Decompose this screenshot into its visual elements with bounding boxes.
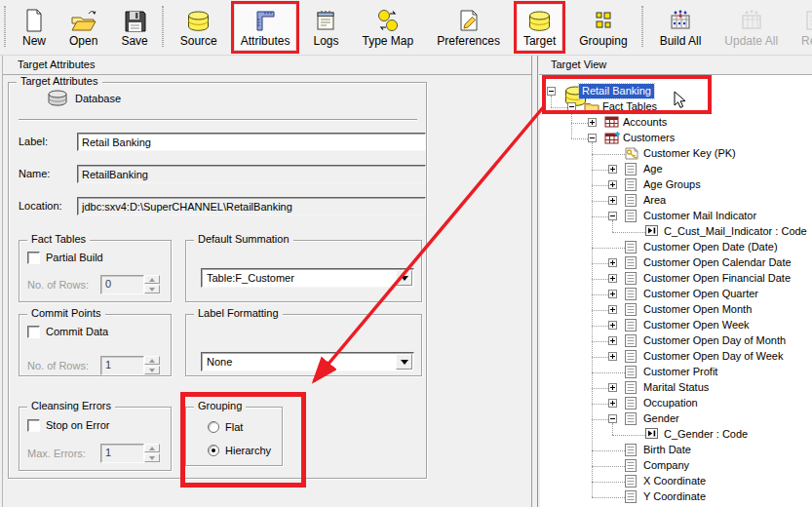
max-errors-label: Max. Errors: [27,448,86,459]
spinner-up-button[interactable] [144,356,160,365]
label-formatting-dropdown[interactable]: None [201,352,414,371]
tree-item-customer-open-week[interactable]: Customer Open Week [540,318,812,333]
expand-toggle-icon[interactable] [608,321,617,330]
toolbar-button-build-all[interactable]: Build All [650,1,712,54]
tree-item-label: X Coordinate [640,474,709,488]
toolbar-button-target[interactable]: Target [514,1,565,54]
toolbar-button-attributes[interactable]: Attributes [231,1,300,54]
collapse-toggle-icon[interactable] [547,87,556,96]
commit-rows-value[interactable]: 1 [100,356,144,375]
collapse-toggle-icon[interactable] [608,414,617,423]
expand-toggle-icon[interactable] [608,180,617,189]
tree-item-customer-open-financial-date[interactable]: Customer Open Financial Date [540,271,812,287]
tree-item-label: Birth Date [640,443,694,457]
spinner-down-button[interactable] [144,285,160,293]
tree-connector [592,357,608,358]
toolbar-button-source[interactable]: Source [171,1,227,54]
name-input[interactable] [77,165,426,183]
tree-item-fact-tables[interactable]: Fact Tables [540,99,812,115]
spinner-down-button[interactable] [144,366,160,374]
tree-item-marital-status[interactable]: Marital Status [540,380,812,396]
tree-item-customer-open-calendar-date[interactable]: Customer Open Calendar Date [540,255,812,271]
partial-build-checkbox[interactable] [27,252,40,264]
tree-item-customer-open-quarter[interactable]: Customer Open Quarter [540,287,812,302]
flat-radio[interactable] [208,421,219,433]
spinner-up-button[interactable] [144,275,160,284]
tree-item-customer-open-day-of-month[interactable]: Customer Open Day of Month [540,333,812,349]
cleansing-errors-title: Cleansing Errors [27,400,115,411]
dropdown-arrow-button[interactable] [396,354,412,370]
attribute-icon [625,334,637,349]
max-errors-value[interactable]: 1 [100,444,144,463]
attribute-icon [625,178,637,193]
tree-item-customer-open-date-date[interactable]: Customer Open Date (Date) [540,240,812,255]
spinner-up-button[interactable] [144,444,160,452]
name-field-caption: Name: [19,168,50,179]
expand-toggle-icon[interactable] [608,290,617,298]
toolbar-button-update-all[interactable]: Update All [715,1,788,54]
logs-notepad-icon [314,8,337,33]
tree-item-customer-profit[interactable]: Customer Profit [540,365,812,380]
tree-item-occupation[interactable]: Occupation [540,396,812,411]
expand-toggle-icon[interactable] [608,258,617,267]
toolbar-button-resu[interactable]: Resu [792,1,812,54]
collapse-toggle-icon[interactable] [567,102,576,111]
default-summation-dropdown[interactable]: Table:F_Customer [201,268,414,288]
expand-toggle-icon[interactable] [608,274,617,283]
pane-splitter[interactable] [531,56,538,507]
tree-item-age-groups[interactable]: Age Groups [540,177,812,193]
tree-item-age[interactable]: Age [540,162,812,177]
expand-toggle-icon[interactable] [608,336,617,345]
tree-connector [592,466,625,467]
tree-item-company[interactable]: Company [540,458,812,474]
table-icon [604,116,619,130]
collapse-toggle-icon[interactable] [588,134,597,142]
spinner-down-button[interactable] [144,453,160,462]
commit-data-checkbox[interactable] [27,326,40,338]
tree-item-customers[interactable]: Customers [540,131,812,146]
toolbar-button-open[interactable]: Open [59,1,107,54]
tree-item-area[interactable]: Area [540,193,812,209]
toolbar-button-grouping[interactable]: Grouping [569,1,637,54]
tree-connector [592,154,625,155]
location-input[interactable] [77,197,426,215]
tree-item-customer-mail-indicator[interactable]: Customer Mail Indicator [540,209,812,224]
fact-rows-value[interactable]: 0 [100,275,144,294]
tree-item-gender[interactable]: Gender [540,411,812,427]
tree-item-retail-banking[interactable]: Retail Banking [540,84,812,99]
tree-item-customer-key-pk[interactable]: Customer Key (PK) [540,146,812,162]
tree-item-label: Retail Banking [579,84,654,98]
toolbar-button-save[interactable]: Save [111,1,157,54]
tree-item-customer-open-day-of-week[interactable]: Customer Open Day of Week [540,349,812,365]
expand-toggle-icon[interactable] [608,305,617,314]
toolbar-button-type-map[interactable]: Type Map [353,1,424,54]
toolbar-button-preferences[interactable]: Preferences [427,1,510,54]
tree-item-x-coordinate[interactable]: X Coordinate [540,474,812,489]
folder-icon [584,100,599,115]
toolbar-button-new[interactable]: New [13,1,56,54]
tree-connector [571,138,588,139]
label-input[interactable] [77,133,426,151]
tree-item-accounts[interactable]: Accounts [540,115,812,131]
tree-item-customer-open-month[interactable]: Customer Open Month [540,302,812,318]
attribute-icon [625,272,637,287]
expand-toggle-icon[interactable] [608,383,617,392]
tree-connector [592,404,608,405]
expand-toggle-icon[interactable] [608,196,617,205]
fact-rows-spinner [144,275,160,294]
toolbar-button-logs[interactable]: Logs [303,1,348,54]
tree-item-y-coordinate[interactable]: Y Coordinate [540,489,812,505]
dropdown-arrow-button[interactable] [396,270,412,286]
expand-toggle-icon[interactable] [608,399,617,408]
expand-toggle-icon[interactable] [588,118,597,127]
expand-toggle-icon[interactable] [608,352,617,361]
database-icon [186,8,211,33]
hierarchy-radio[interactable] [208,445,219,456]
tree-item-c-gender-code[interactable]: C_Gender : Code [540,427,812,443]
expand-toggle-icon[interactable] [608,165,617,174]
tree-item-birth-date[interactable]: Birth Date [540,443,812,458]
stop-on-error-label: Stop on Error [46,419,109,431]
stop-on-error-checkbox[interactable] [27,419,40,432]
tree-item-c-cust-mail-indicator-code[interactable]: C_Cust_Mail_Indicator : Code [540,224,812,240]
collapse-toggle-icon[interactable] [608,212,617,220]
